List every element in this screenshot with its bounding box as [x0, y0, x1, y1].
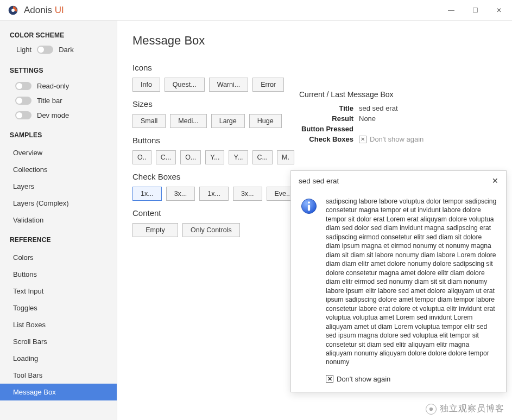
svg-point-3: [308, 201, 310, 203]
content-btn-empty[interactable]: Empty: [132, 223, 178, 237]
popup-close-button[interactable]: ✕: [492, 176, 498, 185]
info-icon: [300, 197, 318, 215]
theme-toggle[interactable]: [37, 46, 53, 54]
setting-label: Title bar: [37, 97, 62, 105]
app-title: Adonis UI: [24, 5, 64, 16]
info-panel: Current / Last Message Box Title sed sed…: [290, 86, 507, 153]
popup-body-text: sadipscing labore labore voluptua dolor …: [326, 197, 497, 367]
titlebar: Adonis UI — ☐ ✕: [0, 0, 512, 21]
buttons-btn-0[interactable]: O..: [132, 150, 151, 164]
watermark: 独立观察员博客: [426, 403, 504, 415]
sidebar-heading-color-scheme: COLOR SCHEME: [0, 29, 117, 44]
sidebar-item-validation[interactable]: Validation: [0, 212, 117, 228]
sidebar-item-buttons[interactable]: Buttons: [0, 266, 117, 283]
setting-label: Dev mode: [37, 111, 69, 119]
checkbox-btn-2[interactable]: 1x...: [199, 187, 229, 201]
page-title: Message Box: [132, 34, 497, 48]
info-heading: Current / Last Message Box: [299, 90, 498, 99]
popup-checkbox-label: Don't show again: [337, 375, 390, 383]
svg-point-1: [11, 9, 15, 12]
setting-label: Read-only: [37, 82, 69, 90]
size-btn-medium[interactable]: Medi...: [170, 114, 207, 128]
popup-title: sed sed erat: [299, 177, 339, 185]
sidebar-item-loading[interactable]: Loading: [0, 350, 117, 367]
toggle-read-only[interactable]: [15, 82, 31, 90]
icon-btn-warning[interactable]: Warni...: [209, 78, 249, 92]
sidebar-heading-samples: SAMPLES: [0, 129, 117, 144]
app-logo-icon: [8, 5, 18, 16]
window-controls: — ☐ ✕: [439, 2, 511, 18]
checkbox-btn-0[interactable]: 1x...: [132, 187, 162, 201]
setting-read-only[interactable]: Read-only: [0, 80, 117, 94]
sidebar-item-collections[interactable]: Collections: [0, 161, 117, 178]
checkbox-icon: ✕: [359, 136, 366, 143]
toggle-title-bar[interactable]: [15, 97, 31, 105]
content-area: Message Box Icons Info Quest... Warni...…: [117, 21, 512, 420]
info-label-title: Title: [299, 104, 359, 112]
info-label-check: Check Boxes: [299, 135, 359, 143]
sidebar-heading-settings: SETTINGS: [0, 65, 117, 80]
sidebar-item-layers-complex[interactable]: Layers (Complex): [0, 195, 117, 212]
maximize-button[interactable]: ☐: [463, 2, 487, 18]
icon-btn-question[interactable]: Quest...: [165, 78, 205, 92]
icon-btn-error[interactable]: Error: [252, 78, 284, 92]
info-label-result: Result: [299, 114, 359, 123]
minimize-button[interactable]: —: [439, 2, 463, 18]
buttons-btn-1[interactable]: C...: [156, 150, 176, 164]
message-box-popup: sed sed erat ✕ sadipscing labore labore …: [290, 170, 507, 392]
info-value-result: None: [359, 114, 376, 123]
light-label: Light: [16, 46, 31, 54]
sidebar-item-tool-bars[interactable]: Tool Bars: [0, 367, 117, 384]
sidebar-item-toggles[interactable]: Toggles: [0, 300, 117, 316]
popup-header: sed sed erat ✕: [291, 171, 506, 190]
buttons-btn-5[interactable]: C...: [252, 150, 273, 164]
info-label-button: Button Pressed: [299, 125, 359, 133]
info-value-title: sed sed erat: [359, 104, 398, 112]
svg-rect-4: [308, 205, 310, 211]
buttons-btn-2[interactable]: O...: [180, 150, 201, 164]
checkbox-btn-1[interactable]: 3x...: [166, 187, 195, 201]
setting-title-bar[interactable]: Title bar: [0, 94, 117, 109]
sidebar-item-scroll-bars[interactable]: Scroll Bars: [0, 333, 117, 350]
popup-checkbox[interactable]: ✕ Don't show again: [326, 375, 390, 383]
checkbox-icon: ✕: [326, 375, 333, 383]
icon-btn-info[interactable]: Info: [132, 78, 160, 92]
checkbox-btn-3[interactable]: 3x...: [233, 187, 262, 201]
sidebar-heading-reference: REFERENCE: [0, 234, 117, 249]
size-btn-small[interactable]: Small: [132, 114, 166, 128]
sidebar: COLOR SCHEME Light Dark SETTINGS Read-on…: [0, 21, 117, 420]
section-icons: Icons: [132, 63, 497, 72]
toggle-dev-mode[interactable]: [15, 111, 31, 119]
dark-label: Dark: [59, 46, 73, 54]
buttons-btn-4[interactable]: Y...: [229, 150, 248, 164]
color-scheme-switch[interactable]: Light Dark: [0, 44, 117, 59]
sidebar-item-layers[interactable]: Layers: [0, 178, 117, 195]
content-btn-only-controls[interactable]: Only Controls: [182, 223, 240, 237]
size-btn-huge[interactable]: Huge: [249, 114, 282, 128]
wechat-icon: [426, 404, 437, 415]
sidebar-item-message-box[interactable]: Message Box: [0, 384, 117, 400]
size-btn-large[interactable]: Large: [211, 114, 245, 128]
sidebar-item-overview[interactable]: Overview: [0, 144, 117, 161]
sidebar-item-text-input[interactable]: Text Input: [0, 283, 117, 300]
buttons-btn-3[interactable]: Y...: [205, 150, 224, 164]
info-value-check: ✕ Don't show again: [359, 135, 423, 143]
sidebar-item-colors[interactable]: Colors: [0, 249, 117, 266]
sidebar-item-list-boxes[interactable]: List Boxes: [0, 316, 117, 333]
setting-dev-mode[interactable]: Dev mode: [0, 109, 117, 124]
close-button[interactable]: ✕: [487, 2, 511, 18]
